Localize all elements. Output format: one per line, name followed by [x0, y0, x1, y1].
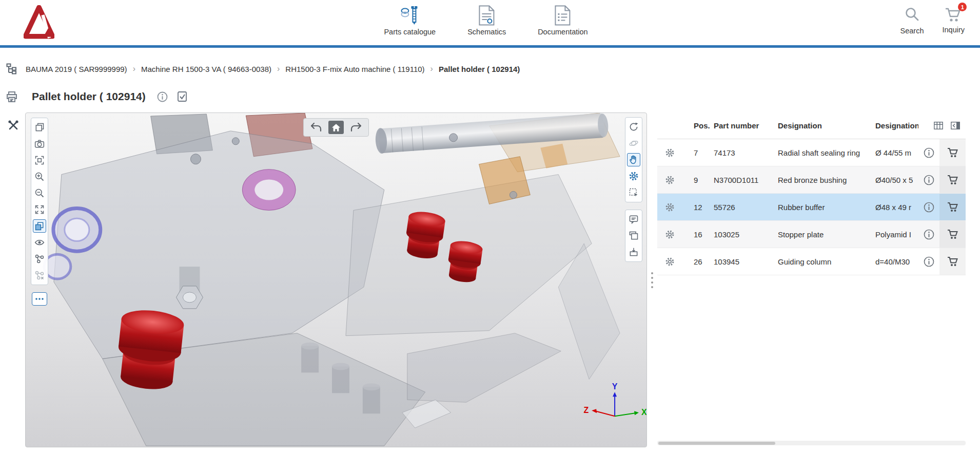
explode-view-icon[interactable] [33, 252, 46, 266]
row-part-number: 103025 [714, 221, 778, 248]
home-view-button[interactable] [328, 121, 344, 134]
left-rail [7, 119, 19, 131]
zoom-in-icon[interactable] [33, 170, 46, 183]
collapse-panel-icon[interactable] [950, 121, 961, 130]
parts-table-row[interactable]: 7 74173 Radial shaft sealing ring Ø 44/5… [657, 139, 966, 166]
axis-label-z: Z [583, 406, 589, 415]
row-info-cell [918, 221, 939, 248]
row-cart-cell [939, 166, 966, 193]
row-add-to-cart-icon[interactable] [947, 175, 958, 185]
row-settings-gear-icon[interactable] [665, 202, 675, 212]
screw-icon [400, 4, 420, 26]
row-add-to-cart-icon[interactable] [947, 256, 958, 267]
undo-button[interactable] [309, 121, 323, 134]
breadcrumb-item-machine[interactable]: Machine RH 1500-3 VA ( 94663-0038) [141, 65, 271, 73]
row-gear-cell [657, 194, 682, 220]
viewer-toolbar-left [31, 118, 48, 306]
row-part-number: 55726 [714, 194, 778, 220]
select-area-icon[interactable] [627, 186, 640, 199]
row-dimension: Ø40/50 x 5 [875, 166, 918, 193]
document-icon [554, 4, 572, 26]
parts-table-row[interactable]: 26 103945 Guiding column d=40/M30 [657, 248, 966, 275]
row-info-icon[interactable] [924, 229, 934, 240]
row-settings-gear-icon[interactable] [665, 175, 675, 185]
pan-hand-icon[interactable] [627, 153, 640, 166]
nav-parts-catalogue[interactable]: Parts catalogue [384, 4, 436, 36]
parts-table-row[interactable]: 9 N3700D1011 Red bronze bushing Ø40/50 x… [657, 166, 966, 194]
inquiry-label: Inquiry [942, 26, 965, 34]
row-info-cell [918, 139, 939, 166]
row-settings-gear-icon[interactable] [665, 148, 675, 158]
header-part-number[interactable]: Part number [714, 121, 778, 130]
parts-panel: Pos. Part number Designation Designation… [657, 112, 966, 447]
row-pos: 16 [682, 221, 714, 248]
row-info-icon[interactable] [924, 202, 934, 213]
rotate-gear-icon[interactable] [627, 170, 640, 183]
header-designation[interactable]: Designation [778, 121, 875, 130]
duplicate-view-icon[interactable] [627, 229, 640, 242]
row-designation: Red bronze bushing [778, 166, 875, 193]
nav-schematics[interactable]: Schematics [467, 4, 506, 36]
search-icon [904, 6, 919, 24]
cart-icon: 1 [945, 6, 962, 23]
parts-table-header: Pos. Part number Designation Designation [657, 112, 966, 139]
header-pos[interactable]: Pos. [682, 121, 714, 130]
row-add-to-cart-icon[interactable] [947, 202, 958, 212]
row-designation: Rubber buffer [778, 194, 875, 220]
more-tools-button[interactable] [32, 292, 47, 306]
inquiry-badge: 1 [958, 3, 967, 11]
scrollbar-thumb[interactable] [658, 442, 775, 445]
structure-tree-icon[interactable] [6, 63, 17, 74]
explode-disabled-icon[interactable] [33, 269, 46, 282]
row-add-to-cart-icon[interactable] [947, 147, 958, 158]
select-parts-icon[interactable] [177, 91, 187, 102]
breadcrumb-item-current: Pallet holder ( 102914) [439, 65, 520, 73]
info-icon[interactable] [157, 91, 168, 102]
compare-pages-icon[interactable] [33, 121, 46, 134]
zoom-window-icon[interactable] [33, 154, 46, 167]
redo-button[interactable] [349, 121, 363, 134]
viewer-toolbar-right [625, 117, 642, 262]
orbit-icon[interactable] [627, 137, 640, 150]
nav-documentation[interactable]: Documentation [538, 4, 588, 36]
search-button[interactable]: Search [900, 6, 924, 35]
row-designation: Stopper plate [778, 221, 875, 248]
row-info-icon[interactable] [924, 175, 934, 185]
title-row: Pallet holder ( 102914) [6, 87, 187, 106]
tools-icon[interactable] [7, 119, 19, 131]
row-info-icon[interactable] [924, 256, 934, 267]
header-designation-2[interactable]: Designation [875, 121, 918, 130]
visibility-eye-icon[interactable] [33, 236, 46, 249]
row-settings-gear-icon[interactable] [665, 230, 675, 239]
row-dimension: d=40/M30 [875, 248, 918, 275]
company-logo[interactable] [24, 5, 54, 39]
panel-splitter[interactable] [648, 112, 656, 447]
schematic-document-icon [478, 4, 496, 26]
parts-table-row[interactable]: 16 103025 Stopper plate Polyamid I [657, 221, 966, 248]
breadcrumb-item-assembly[interactable]: RH1500-3 F-mix Auto machine ( 119110) [285, 65, 424, 73]
screenshot-camera-icon[interactable] [33, 137, 46, 150]
print-icon[interactable] [6, 91, 17, 102]
reset-view-icon[interactable] [627, 120, 640, 134]
model-assembly [44, 113, 620, 446]
row-settings-gear-icon[interactable] [665, 257, 675, 267]
row-pos: 7 [682, 139, 714, 166]
nav-label: Schematics [467, 28, 506, 36]
cad-model-rendering[interactable]: Y X Z [26, 113, 646, 447]
top-header: Parts catalogue Schematics [0, 0, 980, 45]
row-info-icon[interactable] [924, 147, 934, 158]
parts-table-row[interactable]: 12 55726 Rubber buffer Ø48 x 49 r [657, 194, 966, 221]
fit-to-screen-icon[interactable] [33, 203, 46, 216]
viewer-3d[interactable]: Y X Z [25, 112, 647, 447]
row-add-to-cart-icon[interactable] [947, 229, 958, 239]
axis-triad-indicator: Y X Z [583, 382, 646, 417]
annotation-icon[interactable] [627, 213, 640, 226]
breadcrumb-item-project[interactable]: BAUMA 2019 ( SAR9999999) [26, 65, 127, 73]
horizontal-scrollbar[interactable] [657, 441, 966, 445]
transparency-layers-icon[interactable] [33, 219, 46, 233]
export-view-icon[interactable] [627, 246, 640, 259]
row-cart-cell [939, 221, 966, 248]
zoom-out-icon[interactable] [33, 186, 46, 200]
inquiry-button[interactable]: 1 Inquiry [942, 6, 965, 35]
table-view-icon[interactable] [933, 121, 944, 130]
